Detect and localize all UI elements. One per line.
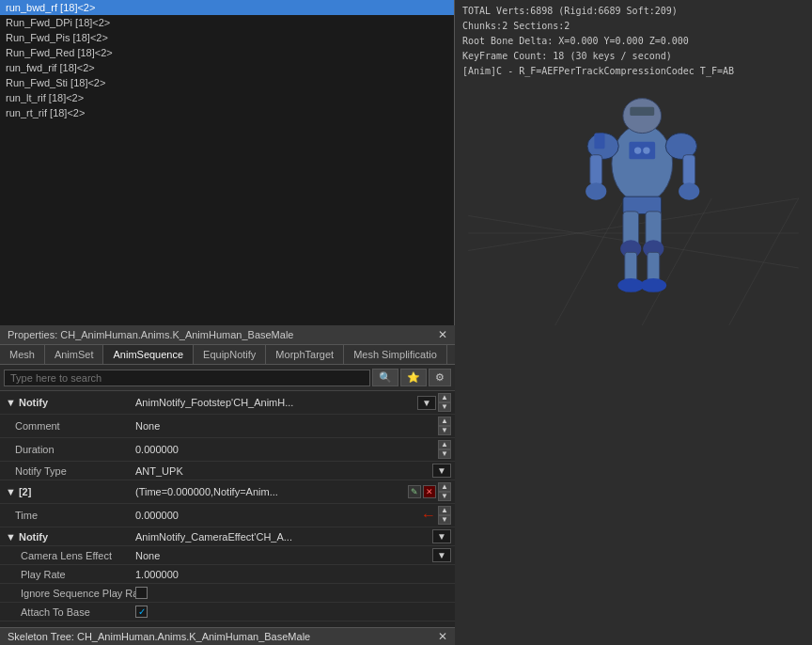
svg-point-25 [634, 147, 641, 153]
svg-rect-22 [648, 252, 660, 282]
prop-value-text: None [135, 420, 436, 432]
properties-header: Properties: CH_AnimHuman.Anims.K_AnimHum… [0, 325, 455, 345]
tab-mesh[interactable]: Mesh [0, 345, 45, 364]
action-icon-delete[interactable]: ✕ [423, 485, 436, 498]
svg-point-6 [612, 124, 673, 202]
prop-label: Camera Lens Effect [0, 548, 132, 563]
anim-list-item[interactable]: Run_Fwd_DPi [18]<2> [0, 15, 454, 30]
prop-label: Notify Type [0, 464, 132, 479]
prop-value: ANT_UPK▼ [132, 462, 455, 480]
prop-scroll-up[interactable]: ▲ [438, 440, 451, 449]
robot-viewport [455, 24, 812, 325]
tab-morphtarget[interactable]: MorphTarget [266, 345, 344, 364]
prop-label: ▼ Notify [0, 395, 132, 410]
prop-dropdown-button[interactable]: ▼ [432, 548, 451, 562]
prop-checkbox[interactable]: ✓ [135, 606, 148, 618]
anim-list-item[interactable]: run_lt_rif [18]<2> [0, 90, 454, 105]
svg-point-26 [643, 147, 649, 153]
prop-value [132, 585, 455, 601]
svg-rect-18 [625, 252, 637, 282]
bookmark-button[interactable]: ⭐ [400, 369, 427, 386]
prop-checkbox[interactable] [135, 587, 148, 599]
prop-row: Attach To Base✓ [0, 603, 455, 621]
tab-animsequence[interactable]: AnimSequence [103, 345, 194, 364]
skeleton-panel: Skeleton Tree: CH_AnimHuman.Anims.K_Anim… [0, 627, 455, 645]
properties-title: Properties: CH_AnimHuman.Anims.K_AnimHum… [8, 329, 293, 340]
tab-mesh-simplificatio[interactable]: Mesh Simplificatio [344, 345, 447, 364]
action-icons: ✎✕ [408, 485, 436, 498]
action-icon-edit[interactable]: ✎ [408, 485, 421, 498]
prop-label: Comment [0, 418, 132, 433]
prop-row: Camera Lens EffectNone▼ [0, 546, 455, 565]
properties-content: ▼ NotifyAnimNotify_Footstep'CH_AnimH...▼… [0, 391, 455, 627]
prop-dropdown-button[interactable]: ▼ [432, 529, 451, 543]
skeleton-close-button[interactable]: ✕ [438, 631, 447, 642]
viewport-bottom [455, 325, 812, 645]
prop-scroll-up[interactable]: ▲ [438, 482, 451, 492]
prop-row: Notify TypeANT_UPK▼ [0, 462, 455, 480]
prop-label: Ignore Sequence Play Rate [0, 586, 132, 601]
prop-value: ✓ [132, 604, 455, 620]
tab-animset[interactable]: AnimSet [45, 345, 104, 364]
prop-row: ▼ NotifyAnimNotify_CameraEffect'CH_A...▼ [0, 527, 455, 546]
prop-scroll-down[interactable]: ▼ [438, 449, 451, 459]
search-button[interactable]: 🔍 [372, 369, 398, 386]
prop-row: Duration0.000000▲▼ [0, 438, 455, 462]
svg-point-19 [617, 278, 644, 292]
prop-scroll: ▲▼ [438, 393, 451, 412]
svg-rect-10 [590, 155, 602, 185]
prop-value: 0.000000▲▼ [132, 438, 455, 461]
svg-point-23 [640, 278, 666, 292]
search-bar: 🔍 ⭐ ⚙ [0, 365, 455, 391]
anim-list-item[interactable]: run_fwd_rif [18]<2> [0, 60, 454, 75]
svg-line-3 [555, 198, 625, 325]
prop-value-text: ANT_UPK [135, 465, 430, 477]
anim-list-item[interactable]: run_rt_rif [18]<2> [0, 105, 454, 120]
prop-scroll: ▲▼ [438, 482, 451, 501]
tab-◄[interactable]: ◄ [447, 345, 455, 364]
anim-list-item[interactable]: Run_Fwd_Sti [18]<2> [0, 75, 454, 90]
prop-scroll-down[interactable]: ▼ [438, 426, 451, 435]
prop-scroll-down[interactable]: ▼ [438, 492, 451, 501]
prop-value: AnimNotify_Footstep'CH_AnimH...▼▲▼ [132, 391, 455, 414]
prop-value: (Time=0.000000,Notify=Anim...✎✕▲▼ [132, 480, 455, 503]
anim-list-item[interactable]: Run_Fwd_Red [18]<2> [0, 45, 454, 60]
anim-list-item[interactable]: run_bwd_rf [18]<2> [0, 0, 454, 15]
properties-close-button[interactable]: ✕ [438, 329, 447, 340]
red-arrow-indicator: ← [421, 507, 436, 524]
prop-dropdown-button[interactable]: ▼ [417, 396, 436, 410]
skeleton-title: Skeleton Tree: CH_AnimHuman.Anims.K_Anim… [8, 631, 310, 642]
prop-value-text: 1.000000 [135, 569, 451, 580]
prop-scroll-up[interactable]: ▲ [438, 506, 451, 515]
prop-scroll: ▲▼ [438, 440, 451, 459]
properties-tabs: MeshAnimSetAnimSequenceEquipNotifyMorphT… [0, 345, 455, 365]
tab-equipnotify[interactable]: EquipNotify [194, 345, 266, 364]
prop-scroll-up[interactable]: ▲ [438, 417, 451, 426]
prop-label: Play Rate [0, 567, 132, 582]
settings-button[interactable]: ⚙ [429, 369, 451, 386]
svg-line-5 [729, 198, 799, 325]
prop-value: None▲▼ [132, 415, 455, 437]
anim-list-item[interactable]: Run_Fwd_Pis [18]<2> [0, 30, 454, 45]
prop-value-text: AnimNotify_Footstep'CH_AnimH... [135, 397, 415, 408]
svg-point-14 [679, 182, 699, 199]
prop-label: Attach To Base [0, 605, 132, 620]
prop-row: ▼ NotifyAnimNotify_Footstep'CH_AnimH...▼… [0, 391, 455, 415]
prop-scroll: ▲▼ [438, 506, 451, 525]
prop-scroll-up[interactable]: ▲ [438, 393, 451, 402]
prop-row: Play Rate1.000000 [0, 565, 455, 584]
prop-row: Ignore Sequence Play Rate [0, 584, 455, 603]
prop-scroll: ▲▼ [438, 417, 451, 435]
search-input[interactable] [4, 370, 370, 386]
prop-scroll-down[interactable]: ▼ [438, 515, 451, 525]
prop-scroll-down[interactable]: ▼ [438, 402, 451, 412]
svg-point-11 [586, 182, 606, 199]
prop-value: 0.000000←▲▼ [132, 504, 455, 527]
prop-value: 1.000000 [132, 567, 455, 582]
prop-label: Time [0, 508, 132, 523]
prop-value-text: 0.000000 [135, 444, 436, 455]
svg-rect-13 [683, 155, 695, 185]
prop-row: Time0.000000←▲▼ [0, 504, 455, 527]
prop-value-text: AnimNotify_CameraEffect'CH_A... [135, 531, 430, 543]
prop-dropdown-button[interactable]: ▼ [432, 464, 451, 478]
